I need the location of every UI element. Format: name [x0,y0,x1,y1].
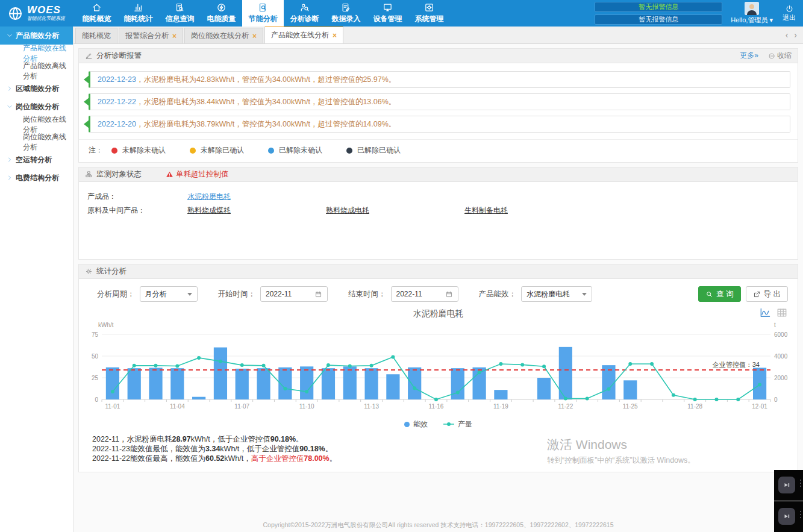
sidebar-item-7[interactable]: 空运转分析 [0,151,73,169]
status-legend-text: 已解除未确认 [279,145,322,155]
alert-marker-icon [84,120,89,128]
alert-item-0[interactable]: 2022-12-23，水泥粉磨电耗为42.83kWh/t，管控值为34.00kW… [89,71,790,88]
org-chart-icon [85,171,93,178]
svg-text:11-01: 11-01 [105,403,120,410]
nav-item-2[interactable]: 信息查询 [159,0,201,27]
tab-scroll-right-icon[interactable]: › [794,30,797,40]
alert-banner-top: 暂无报警信息 [595,2,722,12]
floating-widget-bottom[interactable] [774,501,803,532]
end-date-filter: 结束时间： 2022-11 [348,286,458,302]
nav-item-7[interactable]: 设备管理 [367,0,408,27]
nav-item-4[interactable]: 节能分析 [242,0,284,27]
nav-item-0[interactable]: 能耗概览 [76,0,117,27]
nav-item-1[interactable]: 能耗统计 [117,0,159,27]
tab-3[interactable]: 产品能效在线分析× [264,26,343,43]
monitor-link[interactable]: 生料制备电耗 [464,206,508,214]
monitor-panel-header: 监测对象状态 单耗超过控制值 [79,167,798,182]
stats-panel-header: 统计分析 [79,264,798,279]
table-view-icon[interactable] [776,307,788,319]
product-select[interactable]: 水泥粉磨电耗 [521,286,592,302]
sidebar-item-6[interactable]: 岗位能效离线分析 [0,133,73,151]
sidebar-item-3[interactable]: 区域能效分析 [0,80,73,98]
overlimit-warning-label: 单耗超过控制值 [176,169,229,180]
tab-close-icon[interactable]: × [172,32,177,40]
calendar-icon [445,290,453,298]
product-filter: 产品能效： 水泥粉磨电耗 [479,286,593,302]
sidebar-item-label: 区域能效分析 [16,84,59,94]
status-legend-text: 未解除未确认 [122,145,166,155]
nav-item-6[interactable]: 数据录入 [325,0,367,27]
monitor-link[interactable]: 熟料烧成煤耗 [187,206,231,214]
tab-0[interactable]: 能耗概览 [75,28,117,43]
tab-close-icon[interactable]: × [252,32,257,40]
diagnosis-panel-title: 分析诊断报警 [96,51,142,61]
tab-2[interactable]: 岗位能效在线分析× [184,28,263,43]
user-greeting: Hello,管理员 ▾ [731,16,773,25]
chart-legend-item-1[interactable]: 产量 [443,419,472,430]
nav-item-3[interactable]: 电能质量 [201,0,242,27]
export-button[interactable]: 导 出 [746,286,788,302]
product-label: 产品能效： [479,289,517,299]
sidebar-item-label: 产品能效分析 [16,31,59,41]
globe-icon [7,5,23,22]
status-legend-item-0: 未解除未确认 [111,145,166,155]
monitor-panel: 监测对象状态 单耗超过控制值 产成品：水泥粉磨电耗原料及中间产品：熟料烧成煤耗熟… [78,167,798,260]
alert-date: 2022-12-23 [98,75,136,84]
sidebar-item-1[interactable]: 产品能效在线分析 [0,45,73,62]
chart-canvas: 02550750200040006000kWh/tt11-0111-0411-0… [80,321,797,416]
query-label: 查 询 [716,289,733,299]
alert-item-2[interactable]: 2022-12-20，水泥粉磨电耗为38.79kWh/t，管控值为34.00kW… [89,116,790,133]
status-legend-item-3: 已解除已确认 [346,145,401,155]
avatar [745,2,759,15]
stats-panel: 统计分析 分析周期： 月分析 开始时间： 2022-11 结束时间： 2022-… [78,264,798,472]
sidebar-item-4[interactable]: 岗位能效分析 [0,98,73,116]
device-icon [383,2,393,13]
collapse-label: 收缩 [777,51,792,61]
svg-text:50: 50 [92,353,99,360]
brand-name: WOES [27,5,68,15]
query-button[interactable]: 查 询 [698,286,740,302]
sidebar-item-label: 空运转分析 [16,155,52,165]
sidebar-item-8[interactable]: 电费结构分析 [0,169,73,187]
summary-line-2: 2022-11-22能效值最高，能效值为60.52kWh/t，高于企业管控值78… [92,454,798,463]
top-header: WOES 智能优化节能系统 能耗概览能耗统计信息查询电能质量节能分析分析诊断数据… [0,0,803,27]
end-date-value: 2022-11 [396,290,422,298]
tab-1[interactable]: 报警综合分析× [119,28,183,43]
monitor-link-cell: 生料制备电耗 [464,205,603,216]
tab-close-icon[interactable]: × [333,31,337,40]
sidebar-item-label: 产品能效离线分析 [23,61,73,81]
summary-line-0: 2022-11，水泥粉磨电耗28.97kWh/t，低于企业管控值90.18%。 [92,434,798,444]
sidebar-item-5[interactable]: 岗位能效在线分析 [0,116,73,133]
monitor-link[interactable]: 熟料烧成电耗 [326,206,369,214]
chevron-down-icon [6,103,13,110]
tab-scroll-left-icon[interactable]: ‹ [786,30,789,40]
warning-icon [166,171,173,178]
start-date-input[interactable]: 2022-11 [260,286,328,302]
svg-text:25: 25 [92,375,99,381]
sidebar-item-0[interactable]: 产品能效分析 [0,27,73,45]
logout-button[interactable]: 退出 [783,4,798,22]
nav-item-8[interactable]: 系统管理 [408,0,450,27]
svg-text:6000: 6000 [774,331,788,338]
monitor-row-0: 产成品：水泥粉磨电耗 [87,190,789,203]
footer-copyright: Copyright©2015-2022万洲电气股份有限公司All rights … [73,521,803,530]
monitor-link[interactable]: 水泥粉磨电耗 [187,192,231,201]
user-menu[interactable]: Hello,管理员 ▾ [731,2,773,25]
chart-legend-item-0[interactable]: 能效 [404,419,428,430]
sidebar-item-2[interactable]: 产品能效离线分析 [0,62,73,80]
nav-item-5[interactable]: 分析诊断 [284,0,325,27]
period-select[interactable]: 月分析 [140,286,198,302]
svg-text:11-13: 11-13 [364,403,379,410]
tab-scroll-arrows: ‹ › [786,26,803,43]
alert-date: 2022-12-22 [98,98,136,106]
chevron-down-icon [6,32,13,39]
status-legend-item-1: 未解除已确认 [190,145,244,155]
line-chart-view-icon[interactable] [759,307,771,319]
more-link[interactable]: 更多» [740,51,758,61]
collapse-button[interactable]: 收缩 [768,51,792,61]
collapse-icon [768,52,775,60]
floating-widget-top[interactable] [774,470,803,501]
nav-label: 能耗统计 [124,14,153,24]
alert-item-1[interactable]: 2022-12-22，水泥粉磨电耗为38.44kWh/t，管控值为34.00kW… [89,93,790,110]
end-date-input[interactable]: 2022-11 [391,286,458,302]
